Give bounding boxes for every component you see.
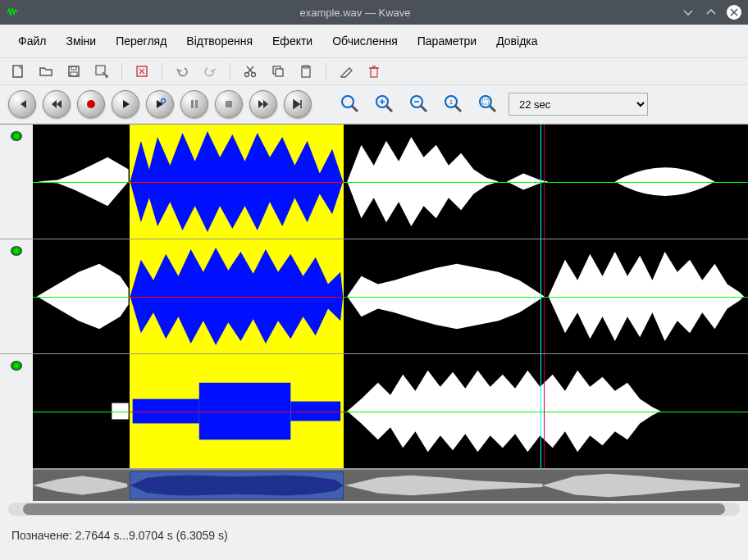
track-3-waveform[interactable] — [33, 354, 748, 468]
track-2-waveform[interactable] — [33, 239, 748, 353]
track-area — [0, 124, 748, 468]
horizontal-scrollbar[interactable] — [8, 503, 740, 516]
zoom-one-icon[interactable]: 1 — [440, 90, 468, 118]
close-file-icon[interactable] — [132, 61, 152, 81]
stop-button[interactable] — [215, 90, 243, 118]
marker-line — [544, 239, 545, 353]
playhead[interactable] — [540, 125, 541, 239]
selection-center-line — [130, 412, 344, 412]
svg-point-18 — [342, 96, 353, 107]
zoom-select[interactable]: 22 sec — [509, 93, 648, 116]
track-1 — [0, 124, 748, 239]
track-1-lamp[interactable] — [0, 125, 33, 239]
cut-icon[interactable] — [240, 61, 260, 81]
svg-rect-17 — [226, 101, 232, 107]
svg-point-13 — [87, 100, 95, 108]
menubar: Файл Зміни Перегляд Відтворення Ефекти О… — [0, 25, 748, 58]
pause-button[interactable] — [180, 90, 208, 118]
menu-preferences[interactable]: Параметри — [408, 30, 486, 52]
menu-edit[interactable]: Зміни — [56, 30, 106, 52]
marker-line — [544, 354, 545, 468]
svg-point-14 — [162, 99, 166, 103]
forward-button[interactable] — [249, 90, 277, 118]
new-file-icon[interactable] — [8, 61, 28, 81]
track-3 — [0, 353, 748, 468]
menu-play[interactable]: Відтворення — [176, 30, 262, 52]
minimize-button[interactable] — [681, 5, 696, 20]
selection-center-line — [130, 182, 344, 183]
scroll-thumb[interactable] — [23, 503, 725, 515]
svg-rect-9 — [276, 69, 283, 76]
menu-calculate[interactable]: Обчислення — [322, 30, 408, 52]
erase-icon[interactable] — [336, 61, 356, 81]
track-1-waveform[interactable] — [33, 125, 748, 239]
file-toolbar — [0, 58, 748, 85]
menu-view[interactable]: Перегляд — [106, 30, 176, 52]
svg-point-7 — [252, 73, 256, 77]
skip-start-button[interactable] — [8, 90, 36, 118]
menu-file[interactable]: Файл — [8, 30, 56, 52]
save-icon[interactable] — [64, 61, 84, 81]
delete-icon[interactable] — [364, 61, 384, 81]
copy-icon[interactable] — [268, 61, 288, 81]
track-3-lamp[interactable] — [0, 354, 33, 468]
marker-line — [544, 125, 545, 239]
svg-point-23 — [480, 96, 491, 107]
undo-icon[interactable] — [172, 61, 192, 81]
titlebar: example.wav — Kwave — [0, 0, 748, 25]
svg-rect-15 — [191, 100, 194, 108]
track-2 — [0, 239, 748, 353]
menu-effects[interactable]: Ефекти — [262, 30, 322, 52]
selection-center-line — [130, 297, 344, 298]
record-button[interactable] — [77, 90, 105, 118]
zoom-in-icon[interactable] — [371, 90, 399, 118]
zoom-out-icon[interactable] — [405, 90, 433, 118]
svg-rect-12 — [371, 68, 377, 77]
open-file-icon[interactable] — [36, 61, 56, 81]
redo-icon[interactable] — [200, 61, 220, 81]
close-button[interactable] — [727, 5, 741, 20]
paste-icon[interactable] — [296, 61, 316, 81]
zoom-tool-icon[interactable] — [336, 90, 364, 118]
rewind-button[interactable] — [43, 90, 71, 118]
svg-rect-24 — [482, 99, 489, 104]
skip-end-button[interactable] — [284, 90, 312, 118]
track-2-lamp[interactable] — [0, 239, 33, 353]
overview[interactable] — [33, 468, 748, 501]
svg-point-6 — [245, 73, 249, 77]
playhead[interactable] — [540, 239, 541, 353]
status-bar: Позначене: 2.7644 s...9.0704 s (6.3059 s… — [0, 517, 748, 553]
playhead[interactable] — [540, 354, 541, 468]
svg-text:1: 1 — [449, 98, 454, 106]
svg-rect-0 — [13, 66, 22, 77]
save-as-icon[interactable] — [92, 61, 112, 81]
overview-selection[interactable] — [130, 471, 344, 499]
transport-toolbar: 1 22 sec — [0, 85, 748, 124]
maximize-button[interactable] — [704, 5, 718, 20]
svg-rect-16 — [195, 100, 198, 108]
app-icon — [7, 4, 23, 20]
window-title: example.wav — Kwave — [30, 7, 681, 19]
zoom-fit-icon[interactable] — [474, 90, 502, 118]
menu-help[interactable]: Довідка — [486, 30, 547, 52]
play-loop-button[interactable] — [146, 90, 174, 118]
play-button[interactable] — [112, 90, 139, 118]
